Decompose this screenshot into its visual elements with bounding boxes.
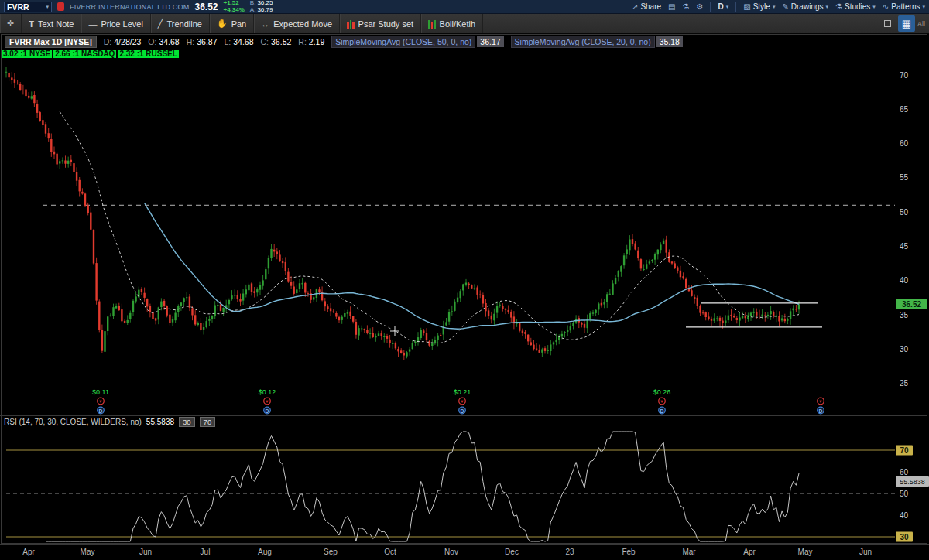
svg-text:30: 30	[900, 533, 909, 541]
svg-text:60: 60	[900, 139, 909, 148]
last-price: 36.52	[194, 2, 218, 12]
menu-drawings-label: Drawings	[791, 2, 824, 11]
rsi-study-label[interactable]: RSI (14, 70, 30, CLOSE, WILDERS, no)	[4, 418, 142, 426]
ohlc-range: R:2.19	[298, 37, 324, 46]
style-icon: ▧	[743, 2, 750, 11]
rsi-high-chip[interactable]: 70	[200, 417, 216, 427]
time-axis[interactable]: AprMayJunJulAugSepOctNovDec23FebMarAprMa…	[22, 548, 872, 556]
ohlc-bar: FVRR Max 1D [NYSE] D:4/28/23 O:34.68 H:3…	[5, 36, 683, 48]
svg-text:▾: ▾	[99, 398, 102, 404]
top-bar: FVRR ▾ FIVERR INTERNATIONAL LTD COM 36.5…	[0, 0, 929, 14]
chart-frame	[0, 35, 929, 545]
flask-icon: ⚗	[683, 2, 690, 11]
candles-icon	[347, 19, 355, 29]
panel-tab-all[interactable]: All	[917, 20, 925, 28]
svg-text:45: 45	[900, 242, 909, 251]
svg-text:$0.11: $0.11	[92, 388, 109, 396]
svg-text:D: D	[818, 408, 822, 414]
svg-text:D: D	[660, 408, 663, 414]
alert-icon[interactable]	[57, 2, 64, 11]
svg-text:Apr: Apr	[743, 548, 756, 556]
ask-value: 36.79	[257, 6, 273, 13]
svg-text:25: 25	[900, 379, 909, 388]
bid-ask: B:36.25 A:36.79	[250, 0, 273, 13]
menu-studies[interactable]: ⚗ Studies ▾	[835, 2, 876, 11]
price-chart[interactable]: 7065605550454035302536.52$0.11▾D$0.12▾D$…	[0, 34, 929, 560]
tool-trendline[interactable]: ╱ Trendline	[151, 14, 210, 33]
svg-text:D: D	[265, 408, 269, 414]
sma50-legend[interactable]: SimpleMovingAvg (CLOSE, 50, 0, no)	[331, 36, 475, 48]
svg-text:$0.12: $0.12	[259, 388, 276, 396]
settings-button[interactable]: ⚙	[696, 2, 703, 11]
company-name: FIVERR INTERNATIONAL LTD COM	[70, 3, 189, 11]
svg-text:36.52: 36.52	[902, 300, 921, 309]
chevron-down-icon: ▾	[872, 4, 876, 10]
tool-price-level[interactable]: — Price Level	[81, 14, 150, 33]
calendar-button[interactable]: ▤	[668, 2, 675, 11]
rsi-axis[interactable]: 706050403055.5838	[896, 446, 929, 542]
svg-text:Nov: Nov	[444, 548, 458, 556]
svg-text:55.5838: 55.5838	[900, 478, 925, 486]
divider	[710, 2, 711, 12]
tool-expected-move[interactable]: ↔ Expected Move	[254, 14, 340, 33]
svg-text:60: 60	[900, 468, 909, 476]
hand-icon: ✋	[217, 19, 228, 29]
menu-studies-label: Studies	[845, 2, 870, 11]
cursor-tool-button[interactable]: ✛	[0, 14, 22, 33]
menu-patterns[interactable]: ∿ Patterns ▾	[883, 2, 925, 11]
rsi-header: RSI (14, 70, 30, CLOSE, WILDERS, no) 55.…	[4, 417, 215, 427]
dividend-markers[interactable]: $0.11▾D$0.12▾D$0.21▾D$0.26▾D▾D	[92, 388, 824, 414]
price-axis[interactable]: 7065605550454035302536.52	[896, 71, 927, 388]
tool-pan[interactable]: ✋ Pan	[210, 14, 254, 33]
tool-psar-study-set[interactable]: Psar Study set	[340, 14, 421, 33]
chevron-down-icon: ▾	[46, 4, 49, 10]
svg-text:Jul: Jul	[201, 548, 211, 556]
field-value: 34.68	[233, 37, 253, 46]
tool-label: Trendline	[166, 19, 201, 29]
svg-text:70: 70	[900, 446, 909, 455]
analyze-button[interactable]: ⚗	[683, 2, 690, 11]
divider	[735, 2, 736, 12]
rsi-low-chip[interactable]: 30	[179, 417, 195, 427]
tool-label: Boll/Ketlh	[440, 19, 475, 29]
svg-text:40: 40	[900, 276, 909, 285]
ohlc-high: H:36.87	[187, 37, 218, 46]
svg-text:D: D	[460, 408, 464, 414]
sma20-legend[interactable]: SimpleMovingAvg (CLOSE, 20, 0, no)	[511, 36, 655, 48]
rsi-current-value: 55.5838	[146, 418, 174, 426]
share-icon: ↗	[632, 2, 638, 11]
expected-move-icon: ↔	[261, 19, 269, 29]
sma20-line	[60, 111, 799, 343]
pencil-icon: ✎	[782, 2, 788, 11]
tool-text-note[interactable]: T Text Note	[22, 14, 81, 33]
timeframe-button[interactable]: D ▾	[718, 2, 728, 11]
svg-text:55: 55	[900, 173, 909, 182]
svg-text:Dec: Dec	[505, 548, 519, 556]
crosshair-cursor	[390, 326, 399, 336]
menu-drawings[interactable]: ✎ Drawings ▾	[782, 2, 828, 11]
svg-text:D: D	[98, 408, 102, 414]
chevron-down-icon: ▾	[825, 4, 828, 10]
menu-style[interactable]: ▧ Style ▾	[743, 2, 775, 11]
chart-area[interactable]: 7065605550454035302536.52$0.11▾D$0.12▾D$…	[0, 34, 929, 560]
gear-icon: ⚙	[696, 2, 703, 11]
symbol-input[interactable]: FVRR ▾	[4, 2, 52, 12]
detach-button[interactable]	[879, 15, 896, 32]
tool-boll-kelth[interactable]: Boll/Ketlh	[421, 14, 483, 33]
svg-text:65: 65	[900, 105, 909, 114]
chevron-down-icon: ▾	[773, 4, 776, 10]
sma50-value: 36.17	[477, 36, 503, 47]
share-button[interactable]: ↗ Share	[632, 2, 661, 11]
svg-text:Aug: Aug	[258, 548, 272, 556]
field-value: 2.19	[309, 37, 324, 46]
square-icon	[884, 20, 891, 27]
tool-label: Psar Study set	[358, 19, 414, 29]
price-level-icon: —	[88, 19, 97, 29]
grid-view-button[interactable]: ▦	[898, 15, 915, 32]
tool-label: Text Note	[38, 19, 74, 29]
svg-text:Jun: Jun	[139, 548, 152, 556]
ratio-russell: 2.32 :1 RUSSEL	[118, 50, 178, 58]
menu-patterns-label: Patterns	[891, 2, 920, 11]
svg-text:50: 50	[900, 208, 909, 217]
bid-value: 36.25	[257, 0, 273, 6]
